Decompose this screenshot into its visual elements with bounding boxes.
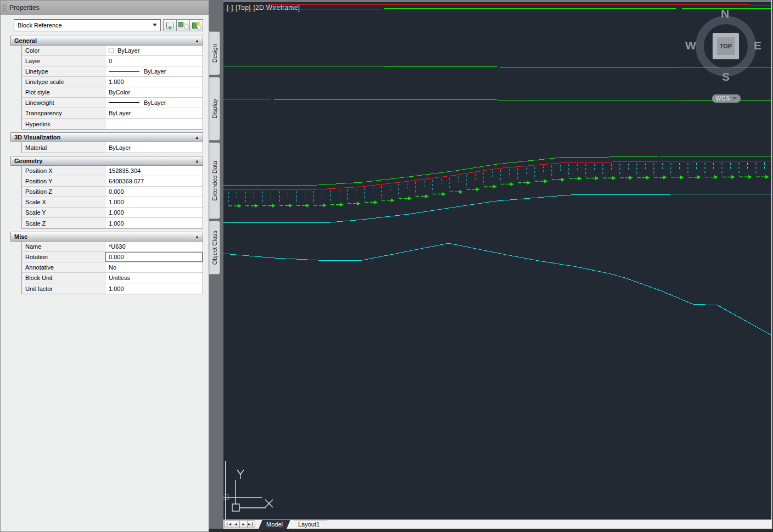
model-space-drawing[interactable] [223,0,771,520]
ucs-menu-badge[interactable]: WCS [712,94,741,103]
property-value-hyperlink[interactable] [105,119,203,129]
flow-arrow-head [765,175,769,179]
flow-arrow-head [544,179,548,183]
property-label: Scale Y [22,208,105,217]
property-rows: ColorByLayerLayer0LinetypeByLayerLinetyp… [21,46,203,130]
collapse-arrow-icon[interactable]: ▲ [195,135,199,140]
side-tab-display[interactable]: Display [209,77,220,141]
property-label: Annotative [22,262,105,272]
property-value-text: ByColor [109,89,130,96]
property-value-scale-x[interactable]: 1.000 [105,197,203,207]
property-value-block-unit[interactable]: Unitless [105,273,203,283]
flow-arrow-head [697,175,701,179]
contour-green-top[interactable] [223,8,771,9]
flow-arrow-head [425,194,429,198]
slope-toe-cyan[interactable] [223,194,771,223]
quick-select-button[interactable]: ⚡ [189,19,203,31]
property-value-name[interactable]: *U630 [105,242,203,251]
palette-grip-icon[interactable] [3,4,7,12]
property-label: Position Y [22,176,105,186]
property-row-transparency: TransparencyByLayer [22,108,203,119]
property-rows: Position X152835.304Position Y6408369.07… [21,166,203,229]
side-tab-design[interactable]: Design [209,31,220,75]
toggle-pickadd-button[interactable]: + [163,19,177,31]
flow-arrow-head [306,204,310,208]
ground-surface-cyan[interactable] [223,243,771,335]
flow-arrow-head [357,201,361,205]
property-value-annotative[interactable]: No [105,262,203,272]
drawing-viewport[interactable]: [-] [Top] [2D Wireframe] N W E S TOP WCS [223,0,771,520]
viewport-controls: [-] [Top] [2D Wireframe] [227,4,300,12]
property-label: Position X [22,166,105,176]
road-edge-red[interactable] [223,161,771,190]
property-label: Plot style [22,87,105,97]
viewcube-face-label: TOP [720,43,732,49]
property-value-position-z[interactable]: 0.000 [105,187,203,197]
property-value-text: ByLayer [144,99,166,106]
line-sample-icon [109,71,139,72]
flow-arrow-head [459,190,463,194]
first-layout-button[interactable]: ❘◂ [224,520,232,528]
compass-south[interactable]: S [722,70,730,83]
previous-layout-button[interactable]: ◂ [232,520,240,528]
section-title: General [14,37,195,44]
object-type-value: Block Reference [18,22,62,29]
property-row-scale-z: Scale Z1.000 [22,218,203,228]
property-value-layer[interactable]: 0 [105,56,203,66]
contour-green-mid[interactable] [223,66,771,68]
property-label: Block Unit [22,273,105,283]
property-value-plot-style[interactable]: ByColor [105,87,203,97]
palette-toolbar: + ⚡ [164,19,203,32]
contour-green-low[interactable] [223,99,771,101]
tab-layout1[interactable]: Layout1 [290,520,327,529]
select-cursor-icon [182,23,189,30]
section-header-misc[interactable]: Misc▲ [10,232,203,242]
select-objects-button[interactable] [176,19,190,31]
property-value-transparency[interactable]: ByLayer [105,108,203,118]
compass-west[interactable]: W [685,39,696,52]
viewport-control-menu[interactable]: [-] [227,4,233,12]
collapse-arrow-icon[interactable]: ▲ [195,159,199,164]
chevron-down-icon[interactable] [153,24,157,26]
property-value-scale-z[interactable]: 1.000 [105,218,203,228]
property-value-linetype-scale[interactable]: 1.000 [105,77,203,87]
collapse-arrow-icon[interactable]: ▲ [195,38,199,43]
property-value-scale-y[interactable]: 1.000 [105,208,203,217]
last-layout-button[interactable]: ▸❘ [247,520,255,528]
flow-arrow-head [748,175,752,179]
property-row-position-x: Position X152835.304 [22,166,203,176]
property-value-lineweight[interactable]: ByLayer [105,98,203,108]
side-tab-extended-data[interactable]: Extended Data [209,142,220,219]
road-edge-green[interactable] [223,156,771,186]
property-value-unit-factor[interactable]: 1.000 [105,283,203,294]
palette-titlebar[interactable]: Properties [1,1,209,15]
side-tab-object-class[interactable]: Object Class [209,221,220,275]
property-value-position-x[interactable]: 152835.304 [105,166,203,176]
property-row-unit-factor: Unit factor1.000 [22,283,203,294]
collapse-arrow-icon[interactable]: ▲ [195,234,199,239]
window-bottom-strip [209,529,773,532]
property-value-rotation[interactable]: 0.000 [105,252,203,262]
viewport-visual-style-control[interactable]: [2D Wireframe] [253,4,300,12]
compass-north[interactable]: N [721,7,729,20]
color-swatch-icon [109,48,114,53]
upper-alignment-red[interactable] [268,4,771,5]
property-rows: Name*U630Rotation0.000AnnotativeNoBlock … [21,242,203,294]
property-value-material[interactable]: ByLayer [105,142,203,153]
section-header-geometry[interactable]: Geometry▲ [10,156,203,166]
section-header-general[interactable]: General▲ [10,36,203,46]
section-general: General▲ColorByLayerLayer0LinetypeByLaye… [10,36,203,130]
property-value-linetype[interactable]: ByLayer [105,66,203,76]
object-type-dropdown[interactable]: Block Reference [14,19,161,31]
section-header-3d-visualization[interactable]: 3D Visualization▲ [10,132,203,142]
viewport-view-control[interactable]: [Top] [236,4,251,12]
viewcube-top-face[interactable]: TOP [713,33,739,59]
compass-east[interactable]: E [754,39,761,52]
next-layout-button[interactable]: ▸ [239,520,248,528]
property-value-color[interactable]: ByLayer [105,46,203,55]
tab-model[interactable]: Model [259,520,290,529]
section-title: Geometry [14,158,195,164]
property-value-position-y[interactable]: 6408369.077 [105,176,203,186]
flow-arrow-head [612,176,616,180]
ucs-icon [232,470,273,511]
